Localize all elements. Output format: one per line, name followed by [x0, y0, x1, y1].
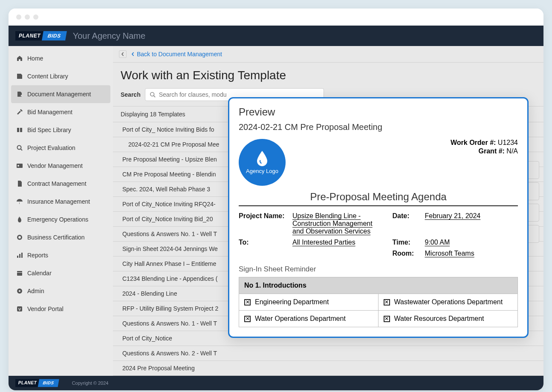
window-dot[interactable] [16, 14, 21, 20]
intro-grid: ✕Engineering Department✕Wastewater Opera… [239, 294, 518, 327]
work-order-value: U1234 [498, 139, 518, 146]
window-dot[interactable] [25, 14, 30, 20]
window-dot[interactable] [33, 14, 38, 20]
sidebar-item-emergency-operations[interactable]: Emergency Operations [9, 210, 113, 228]
copyright: Copyright © 2024 [72, 380, 109, 386]
intro-department: ✕Wastewater Operations Department [379, 294, 518, 310]
svg-point-15 [150, 92, 154, 96]
preview-subtitle: 2024-02-21 CM Pre Proposal Meeting [239, 122, 518, 132]
date-value: February 21, 2024 [425, 212, 518, 235]
sidebar-item-content-library[interactable]: Content Library [9, 67, 113, 85]
checkbox-icon: ✕ [384, 316, 390, 322]
sidebar-item-label: Vendor Management [27, 162, 83, 169]
svg-point-0 [17, 146, 21, 150]
app-body: HomeContent LibraryDocument ManagementBi… [9, 46, 543, 376]
sidebar-item-insurance-management[interactable]: Insurance Management [9, 193, 113, 210]
checkbox-icon: ✕ [384, 299, 390, 306]
brand-bids: BIDS [38, 379, 59, 387]
sidebar-item-label: Calendar [27, 270, 52, 277]
sidebar-item-label: Content Library [27, 73, 68, 80]
water-drop-icon [256, 151, 269, 166]
search-icon [16, 144, 23, 151]
main-content: Back to Document Management Work with an… [113, 46, 543, 376]
badge-icon [16, 162, 23, 169]
svg-rect-10 [17, 272, 22, 273]
browser-frame: PLANET BIDS Your Agency Name HomeContent… [9, 9, 543, 390]
sidebar-item-calendar[interactable]: Calendar [9, 264, 113, 282]
footer: PLANET BIDS Copyright © 2024 [9, 376, 543, 390]
date-label: Date: [393, 212, 418, 235]
top-bar: PLANET BIDS Your Agency Name [9, 26, 543, 46]
time-value: 9:00 AM [425, 239, 518, 246]
sidebar-item-document-management[interactable]: Document Management [11, 85, 110, 103]
brand-bids: BIDS [42, 31, 67, 40]
agenda-title: Pre-Proposal Meeting Agenda [239, 191, 518, 206]
room-label: Room: [393, 250, 418, 257]
collapse-button[interactable] [119, 50, 127, 58]
sidebar-item-label: Vendor Portal [27, 306, 64, 312]
back-row: Back to Document Management [113, 46, 543, 63]
preview-modal: Preview 2024-02-21 CM Pre Proposal Meeti… [228, 97, 529, 338]
grant-value: N/A [506, 147, 518, 155]
sidebar-item-bid-spec-library[interactable]: Bid Spec Library [9, 121, 113, 139]
section-introductions: No 1. Introductions [239, 277, 518, 294]
gear-icon [16, 288, 23, 294]
sidebar-item-label: Admin [27, 288, 44, 294]
umbrella-icon [16, 198, 23, 205]
sidebar-item-contract-management[interactable]: Contract Management [9, 175, 113, 193]
intro-department: ✕Water Operations Department [239, 310, 379, 327]
template-row[interactable]: 2024 Pre Proposal Meeting [113, 361, 543, 376]
preview-title: Preview [239, 106, 518, 118]
search-icon [150, 92, 156, 98]
sidebar-item-label: Document Management [27, 91, 91, 98]
brand-planet: PLANET [15, 379, 40, 387]
department-name: Wastewater Operations Department [394, 298, 503, 306]
sidebar-item-vendor-portal[interactable]: VVendor Portal [9, 300, 113, 318]
cal-icon [16, 270, 23, 277]
checkbox-icon: ✕ [244, 299, 251, 306]
sidebar-item-business-certification[interactable]: Business Certification [9, 228, 113, 246]
checkbox-icon: ✕ [244, 316, 251, 322]
home-icon [16, 55, 23, 62]
svg-point-5 [18, 236, 21, 239]
agency-logo: Agency Logo [239, 139, 286, 186]
cert-icon [16, 234, 23, 241]
svg-text:V: V [18, 307, 21, 311]
preview-meta: Work Order #: U1234 Grant #: N/A [451, 139, 518, 156]
hammer-icon [16, 109, 23, 115]
svg-line-1 [21, 149, 23, 151]
department-name: Engineering Department [255, 298, 329, 306]
bars-icon [16, 252, 23, 259]
book-icon [16, 127, 23, 133]
to-value: All Interested Parties [292, 239, 386, 246]
app: PLANET BIDS Your Agency Name HomeContent… [9, 26, 543, 390]
sidebar-item-admin[interactable]: Admin [9, 282, 113, 300]
grant-label: Grant #: [479, 147, 505, 155]
sidebar-item-vendor-management[interactable]: Vendor Management [9, 157, 113, 175]
sidebar-item-label: Emergency Operations [27, 216, 88, 223]
sidebar-item-project-evaluation[interactable]: Project Evaluation [9, 139, 113, 157]
sidebar-item-label: Business Certification [27, 234, 85, 241]
back-link[interactable]: Back to Document Management [131, 51, 222, 58]
svg-rect-7 [19, 254, 20, 258]
svg-rect-8 [21, 253, 23, 258]
sidebar-item-label: Insurance Management [27, 198, 90, 205]
file-icon [16, 180, 23, 187]
save-icon [16, 73, 23, 80]
svg-point-12 [19, 290, 20, 292]
back-link-text: Back to Document Management [137, 51, 222, 58]
search-label: Search [121, 91, 141, 98]
sidebar-item-home[interactable]: Home [9, 49, 113, 67]
footer-logo[interactable]: PLANET BIDS [15, 378, 58, 388]
fire-icon [16, 216, 23, 223]
template-row[interactable]: Questions & Answers No. 2 - Well T [113, 346, 543, 361]
sidebar-item-bid-management[interactable]: Bid Management [9, 103, 113, 121]
page-title: Work with an Existing Template [113, 63, 543, 88]
brand-planet: PLANET [15, 31, 44, 40]
sidebar-item-reports[interactable]: Reports [9, 246, 113, 264]
sidebar-item-label: Bid Management [27, 109, 72, 115]
browser-chrome [9, 9, 543, 26]
sidebar: HomeContent LibraryDocument ManagementBi… [9, 46, 113, 376]
to-label: To: [239, 239, 286, 246]
brand-logo[interactable]: PLANET BIDS [15, 30, 66, 41]
